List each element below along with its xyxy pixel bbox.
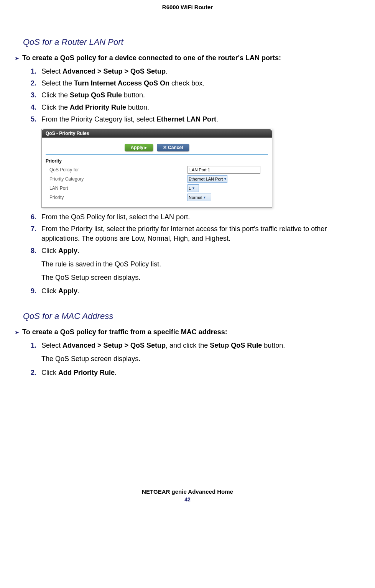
step-9: 9. Click Apply.	[31, 286, 360, 296]
section-title-mac: QoS for a MAC Address	[23, 311, 360, 321]
apply-button[interactable]: Apply ▸	[125, 144, 153, 151]
arrow-icon: ➤	[15, 329, 19, 335]
row-category: Priority Category Ethernet LAN Port▾	[46, 174, 268, 184]
arrow-icon: ➤	[15, 55, 19, 61]
priority-section-label: Priority	[46, 158, 268, 164]
step-3: 3. Click the Setup QoS Rule button.	[31, 90, 360, 100]
mac-step-2: 2. Click Add Priority Rule.	[31, 368, 360, 378]
mac-step-1-note: The QoS Setup screen displays.	[41, 354, 360, 364]
step-8: 8. Click Apply.	[31, 246, 360, 256]
priority-category-select[interactable]: Ethernet LAN Port▾	[188, 175, 227, 183]
cancel-button[interactable]: ✕ Cancel	[157, 144, 189, 151]
screenshot-title-bar: QoS - Priority Rules	[42, 129, 272, 138]
chevron-down-icon: ▾	[204, 194, 206, 200]
step-8-note-2: The QoS Setup screen displays.	[41, 273, 360, 283]
qos-policy-for-input[interactable]: LAN Port 1	[188, 166, 260, 174]
mac-step-1: 1. Select Advanced > Setup > QoS Setup, …	[31, 341, 360, 350]
priority-select[interactable]: Normal▾	[188, 194, 211, 201]
footer-chapter: NETGEAR genie Advanced Home	[0, 488, 375, 495]
row-lan-port: LAN Port 1▾	[46, 184, 268, 193]
step-4: 4. Click the Add Priority Rule button.	[31, 103, 360, 112]
step-5: 5. From the Priority Category list, sele…	[31, 115, 360, 124]
product-header: R6000 WiFi Router	[0, 0, 375, 22]
row-policy-for: QoS Policy for LAN Port 1	[46, 165, 268, 174]
step-2: 2. Select the Turn Internet Access QoS O…	[31, 79, 360, 88]
lan-port-select[interactable]: 1▾	[188, 184, 199, 192]
page-number: 42	[0, 496, 375, 503]
qos-screenshot: QoS - Priority Rules Apply ▸ ✕ Cancel Pr…	[41, 129, 272, 208]
step-8-note-1: The rule is saved in the QoS Policy list…	[41, 260, 360, 269]
step-6: 6. From the QoS Policy for list, select …	[31, 212, 360, 222]
chevron-down-icon: ▾	[192, 185, 194, 191]
row-priority: Priority Normal▾	[46, 193, 268, 202]
lead-text-lan: To create a QoS policy for a device conn…	[22, 54, 281, 62]
step-7: 7. From the Priority list, select the pr…	[31, 224, 360, 243]
section-title-lan-port: QoS for a Router LAN Port	[23, 37, 360, 47]
step-1: 1. Select Advanced > Setup > QoS Setup.	[31, 67, 360, 76]
lead-text-mac: To create a QoS policy for traffic from …	[22, 328, 227, 336]
chevron-down-icon: ▾	[224, 176, 226, 182]
divider	[46, 154, 268, 155]
footer-rule	[15, 485, 360, 485]
